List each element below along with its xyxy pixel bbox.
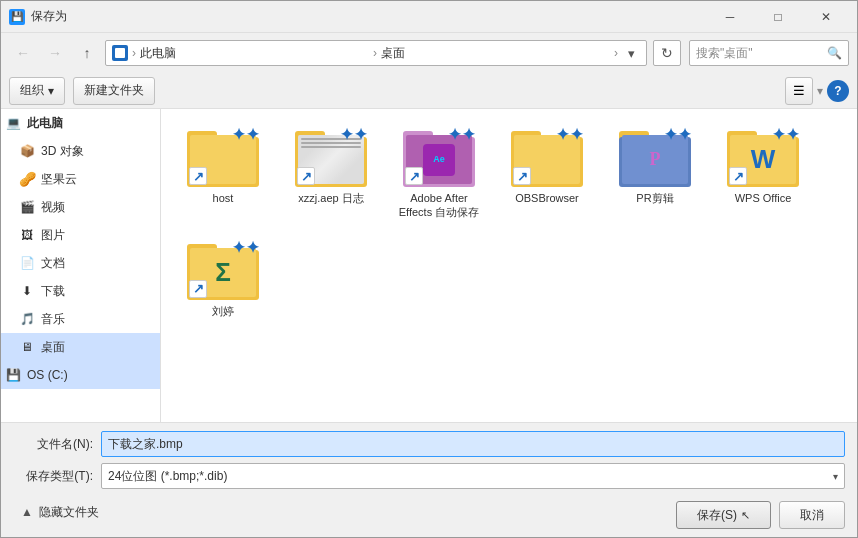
view-button[interactable]: ☰ xyxy=(785,77,813,105)
new-folder-button[interactable]: 新建文件夹 xyxy=(73,77,155,105)
file-name-host: host xyxy=(213,191,234,205)
filename-input[interactable] xyxy=(101,431,845,457)
sidebar-item-music[interactable]: 🎵 音乐 xyxy=(1,305,160,333)
dialog-icon: 💾 xyxy=(9,9,25,25)
pictures-icon: 🖼 xyxy=(19,227,35,243)
filename-row: 文件名(N): xyxy=(13,431,845,457)
hide-files-label: 隐藏文件夹 xyxy=(39,504,99,521)
files-grid: ✦ ✦ ↗ host xyxy=(173,121,845,324)
file-item-wps[interactable]: W ✦ ✦ ↗ WPS Office xyxy=(713,121,813,226)
window-controls: ─ □ ✕ xyxy=(707,1,849,33)
address-chevron-1: › xyxy=(373,46,377,60)
folder-icon-host: ✦ ✦ ↗ xyxy=(187,127,259,187)
file-item-obs[interactable]: ✦ ✦ ↗ OBSBrowser xyxy=(497,121,597,226)
osc-icon: 💾 xyxy=(5,367,21,383)
save-button[interactable]: 保存(S) ↖ xyxy=(676,501,771,529)
sidebar-item-downloads[interactable]: ⬇ 下载 xyxy=(1,277,160,305)
back-button[interactable]: ← xyxy=(9,39,37,67)
folder-icon-liu: Σ ✦ ✦ ↗ xyxy=(187,240,259,300)
address-part-2: 桌面 xyxy=(381,45,610,62)
computer-icon: 💻 xyxy=(5,115,21,131)
sidebar-item-3d[interactable]: 📦 3D 对象 xyxy=(1,137,160,165)
action-bar: 组织 ▾ 新建文件夹 ☰ ▾ ? xyxy=(1,73,857,109)
downloads-icon: ⬇ xyxy=(19,283,35,299)
address-dropdown-button[interactable]: ▾ xyxy=(622,41,640,65)
folder-icon-wps: W ✦ ✦ ↗ xyxy=(727,127,799,187)
save-dialog: 💾 保存为 ─ □ ✕ ← → ↑ › 此电脑 › 桌面 › ▾ ↻ 搜索"桌面… xyxy=(0,0,858,538)
view-controls: ☰ ▾ ? xyxy=(785,77,849,105)
filetype-dropdown[interactable]: 24位位图 (*.bmp;*.dib) ▾ xyxy=(101,463,845,489)
filename-label: 文件名(N): xyxy=(13,436,93,453)
filetype-row: 保存类型(T): 24位位图 (*.bmp;*.dib) ▾ xyxy=(13,463,845,489)
hide-files-toggle[interactable]: ▲ 隐藏文件夹 xyxy=(13,502,107,523)
up-button[interactable]: ↑ xyxy=(73,39,101,67)
folder-icon-xzzj: ✦ ✦ ↗ xyxy=(295,127,367,187)
desktop-icon: 🖥 xyxy=(19,339,35,355)
3d-icon: 📦 xyxy=(19,143,35,159)
sidebar-item-computer[interactable]: 💻 此电脑 xyxy=(1,109,160,137)
file-name-pr: PR剪辑 xyxy=(636,191,673,205)
file-item-aep[interactable]: Ae ✦ ✦ ↗ Adobe After Effects 自动保存 xyxy=(389,121,489,226)
video-icon: 🎬 xyxy=(19,199,35,215)
bottom-panel: 文件名(N): 保存类型(T): 24位位图 (*.bmp;*.dib) ▾ ▲… xyxy=(1,422,857,537)
file-name-wps: WPS Office xyxy=(735,191,792,205)
sidebar-item-pictures[interactable]: 🖼 图片 xyxy=(1,221,160,249)
sidebar: 💻 此电脑 📦 3D 对象 🥜 坚果云 🎬 视频 🖼 图片 xyxy=(1,109,161,422)
file-item-host[interactable]: ✦ ✦ ↗ host xyxy=(173,121,273,226)
file-item-xzzj[interactable]: ✦ ✦ ↗ xzzj.aep 日志 xyxy=(281,121,381,226)
address-chevron-2: › xyxy=(614,46,618,60)
refresh-button[interactable]: ↻ xyxy=(653,40,681,66)
close-button[interactable]: ✕ xyxy=(803,1,849,33)
address-toolbar: ← → ↑ › 此电脑 › 桌面 › ▾ ↻ 搜索"桌面" 🔍 xyxy=(1,33,857,73)
address-icon xyxy=(112,45,128,61)
filetype-value: 24位位图 (*.bmp;*.dib) xyxy=(108,468,833,485)
action-buttons: 保存(S) ↖ 取消 xyxy=(676,501,845,529)
address-part-1: 此电脑 xyxy=(140,45,369,62)
file-name-liu: 刘婷 xyxy=(212,304,234,318)
search-placeholder: 搜索"桌面" xyxy=(696,45,827,62)
file-item-pr[interactable]: P ✦ ✦ PR剪辑 xyxy=(605,121,705,226)
dialog-title: 保存为 xyxy=(31,8,707,25)
sidebar-item-docs[interactable]: 📄 文档 xyxy=(1,249,160,277)
file-content[interactable]: ✦ ✦ ↗ host xyxy=(161,109,857,422)
file-name-xzzj: xzzj.aep 日志 xyxy=(298,191,363,205)
filetype-chevron-icon: ▾ xyxy=(833,471,838,482)
organize-button[interactable]: 组织 ▾ xyxy=(9,77,65,105)
sidebar-scroll: 💻 此电脑 📦 3D 对象 🥜 坚果云 🎬 视频 🖼 图片 xyxy=(1,109,160,422)
maximize-button[interactable]: □ xyxy=(755,1,801,33)
filetype-label: 保存类型(T): xyxy=(13,468,93,485)
file-name-obs: OBSBrowser xyxy=(515,191,579,205)
sidebar-item-nutstore[interactable]: 🥜 坚果云 xyxy=(1,165,160,193)
title-bar: 💾 保存为 ─ □ ✕ xyxy=(1,1,857,33)
folder-icon-pr: P ✦ ✦ xyxy=(619,127,691,187)
docs-icon: 📄 xyxy=(19,255,35,271)
main-content: 💻 此电脑 📦 3D 对象 🥜 坚果云 🎬 视频 🖼 图片 xyxy=(1,109,857,422)
sidebar-item-desktop[interactable]: 🖥 桌面 xyxy=(1,333,160,361)
cursor-icon: ↖ xyxy=(741,509,750,522)
music-icon: 🎵 xyxy=(19,311,35,327)
address-bar[interactable]: › 此电脑 › 桌面 › ▾ xyxy=(105,40,647,66)
file-item-liu[interactable]: Σ ✦ ✦ ↗ 刘婷 xyxy=(173,234,273,324)
cancel-button[interactable]: 取消 xyxy=(779,501,845,529)
forward-button[interactable]: → xyxy=(41,39,69,67)
folder-icon-obs: ✦ ✦ ↗ xyxy=(511,127,583,187)
address-separator: › xyxy=(132,46,136,60)
nutstore-icon: 🥜 xyxy=(19,171,35,187)
folder-icon-aep: Ae ✦ ✦ ↗ xyxy=(403,127,475,187)
help-button[interactable]: ? xyxy=(827,80,849,102)
view-separator: ▾ xyxy=(817,84,823,98)
chevron-up-icon: ▲ xyxy=(21,505,33,519)
sidebar-item-video[interactable]: 🎬 视频 xyxy=(1,193,160,221)
minimize-button[interactable]: ─ xyxy=(707,1,753,33)
search-icon: 🔍 xyxy=(827,46,842,60)
sidebar-item-osc[interactable]: 💾 OS (C:) xyxy=(1,361,160,389)
search-bar[interactable]: 搜索"桌面" 🔍 xyxy=(689,40,849,66)
file-name-aep: Adobe After Effects 自动保存 xyxy=(395,191,483,220)
